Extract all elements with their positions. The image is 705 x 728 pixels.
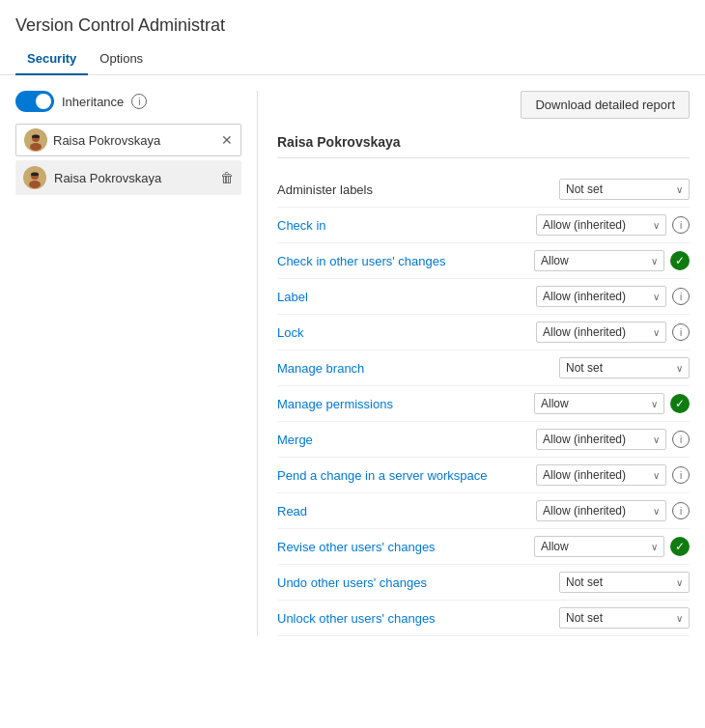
info-icon-check-in[interactable]: i [672, 216, 690, 234]
permission-row-undo-other: Undo other users' changesNot set∨ [277, 565, 690, 601]
permission-select-lock[interactable]: Allow (inherited)∨ [536, 322, 666, 343]
permission-control-check-in-other: Allow∨✓ [534, 250, 690, 271]
permission-control-merge: Allow (inherited)∨i [536, 429, 690, 450]
permission-select-manage-branch[interactable]: Not set∨ [559, 357, 690, 378]
main-content: Inheritance i Raisa Pokrovskaya ✕ [0, 75, 705, 652]
svg-rect-7 [31, 173, 39, 176]
permission-label-label: Label [277, 290, 536, 304]
info-icon-merge[interactable]: i [672, 431, 690, 448]
permission-control-pend-change: Allow (inherited)∨i [536, 464, 690, 486]
permission-control-unlock-other: Not set∨ [559, 607, 690, 629]
list-user-avatar [23, 166, 46, 189]
permission-select-undo-other[interactable]: Not set∨ [559, 572, 690, 593]
permission-control-manage-branch: Not set∨ [559, 357, 690, 378]
chevron-down-icon: ∨ [676, 363, 683, 374]
chevron-down-icon: ∨ [676, 184, 683, 195]
svg-point-6 [29, 181, 41, 188]
permission-value-undo-other: Not set [566, 575, 676, 589]
permissions-list: Administer labelsNot set∨Check inAllow (… [277, 172, 690, 636]
inheritance-info-icon[interactable]: i [131, 94, 147, 109]
permission-control-lock: Allow (inherited)∨i [536, 322, 690, 343]
chevron-down-icon: ∨ [676, 577, 683, 588]
permission-label-check-in-other: Check in other users' changes [277, 254, 534, 268]
permission-row-check-in-other: Check in other users' changesAllow∨✓ [277, 243, 690, 279]
chevron-down-icon: ∨ [653, 434, 660, 445]
inheritance-label: Inheritance [62, 95, 124, 109]
permission-label-revise-other: Revise other users' changes [277, 540, 534, 554]
permission-label-read: Read [277, 504, 536, 518]
permission-control-administer-labels: Not set∨ [559, 179, 690, 200]
selected-person-name: Raisa Pokrovskaya [277, 134, 690, 158]
inheritance-toggle[interactable] [15, 91, 54, 112]
permission-row-label: LabelAllow (inherited)∨i [277, 279, 690, 315]
permission-value-manage-branch: Not set [566, 361, 676, 375]
permission-label-manage-permissions: Manage permissions [277, 397, 534, 411]
chevron-down-icon: ∨ [653, 506, 660, 517]
tabs-bar: Security Options [0, 43, 705, 75]
permission-select-read[interactable]: Allow (inherited)∨ [536, 500, 666, 521]
permission-value-merge: Allow (inherited) [543, 433, 653, 446]
permission-select-administer-labels[interactable]: Not set∨ [559, 179, 690, 200]
info-icon-pend-change[interactable]: i [672, 466, 690, 484]
permission-value-read: Allow (inherited) [543, 504, 653, 518]
user-search-box[interactable]: Raisa Pokrovskaya ✕ [15, 124, 241, 156]
permission-row-merge: MergeAllow (inherited)∨i [277, 422, 690, 458]
chevron-down-icon: ∨ [651, 399, 658, 409]
permission-label-pend-change: Pend a change in a server workspace [277, 468, 536, 483]
permission-row-administer-labels: Administer labelsNot set∨ [277, 172, 690, 208]
chevron-down-icon: ∨ [653, 327, 660, 338]
svg-point-2 [30, 143, 42, 151]
search-user-name: Raisa Pokrovskaya [53, 133, 215, 148]
info-icon-read[interactable]: i [672, 502, 690, 519]
tab-security[interactable]: Security [15, 43, 88, 75]
permission-row-pend-change: Pend a change in a server workspaceAllow… [277, 458, 690, 493]
chevron-down-icon: ∨ [676, 613, 683, 624]
chevron-down-icon: ∨ [653, 220, 660, 231]
right-panel: Download detailed report Raisa Pokrovska… [258, 91, 690, 636]
permission-row-revise-other: Revise other users' changesAllow∨✓ [277, 529, 690, 565]
permission-select-check-in[interactable]: Allow (inherited)∨ [536, 214, 666, 236]
download-report-button[interactable]: Download detailed report [521, 91, 690, 119]
svg-rect-3 [32, 135, 40, 138]
list-user-name: Raisa Pokrovskaya [54, 171, 212, 185]
info-icon-label[interactable]: i [672, 288, 690, 305]
search-user-avatar [24, 128, 47, 152]
permission-value-check-in: Allow (inherited) [543, 218, 653, 232]
permission-row-lock: LockAllow (inherited)∨i [277, 315, 690, 350]
permission-value-lock: Allow (inherited) [543, 325, 653, 339]
permission-row-manage-branch: Manage branchNot set∨ [277, 350, 690, 386]
user-list-item[interactable]: Raisa Pokrovskaya 🗑 [15, 160, 241, 195]
page-title: Version Control Administrat [0, 0, 705, 43]
permission-label-administer-labels: Administer labels [277, 182, 559, 197]
permission-value-check-in-other: Allow [541, 254, 651, 267]
permission-control-undo-other: Not set∨ [559, 572, 690, 593]
permission-value-unlock-other: Not set [566, 611, 676, 625]
tab-options[interactable]: Options [88, 43, 155, 75]
info-icon-lock[interactable]: i [672, 323, 690, 341]
permission-select-merge[interactable]: Allow (inherited)∨ [536, 429, 666, 450]
permission-select-pend-change[interactable]: Allow (inherited)∨ [536, 464, 666, 486]
chevron-down-icon: ∨ [651, 542, 658, 552]
clear-user-button[interactable]: ✕ [221, 133, 233, 147]
permission-label-merge: Merge [277, 433, 536, 447]
permission-control-revise-other: Allow∨✓ [534, 536, 690, 557]
permission-select-check-in-other[interactable]: Allow∨ [534, 250, 664, 271]
permission-select-revise-other[interactable]: Allow∨ [534, 536, 664, 557]
permission-label-manage-branch: Manage branch [277, 361, 559, 376]
check-icon-check-in-other: ✓ [670, 251, 690, 270]
permission-label-unlock-other: Unlock other users' changes [277, 611, 559, 626]
permission-value-revise-other: Allow [541, 540, 651, 553]
download-report-row: Download detailed report [277, 91, 690, 119]
permission-row-read: ReadAllow (inherited)∨i [277, 493, 690, 529]
delete-user-icon[interactable]: 🗑 [220, 170, 234, 185]
permission-control-label: Allow (inherited)∨i [536, 286, 690, 307]
inheritance-row: Inheritance i [15, 91, 241, 112]
permission-select-label[interactable]: Allow (inherited)∨ [536, 286, 666, 307]
permission-select-unlock-other[interactable]: Not set∨ [559, 607, 690, 629]
chevron-down-icon: ∨ [653, 292, 660, 302]
permission-value-administer-labels: Not set [566, 182, 676, 196]
permission-control-check-in: Allow (inherited)∨i [536, 214, 690, 236]
permission-select-manage-permissions[interactable]: Allow∨ [534, 393, 664, 414]
chevron-down-icon: ∨ [651, 256, 658, 266]
permission-label-check-in: Check in [277, 218, 536, 233]
